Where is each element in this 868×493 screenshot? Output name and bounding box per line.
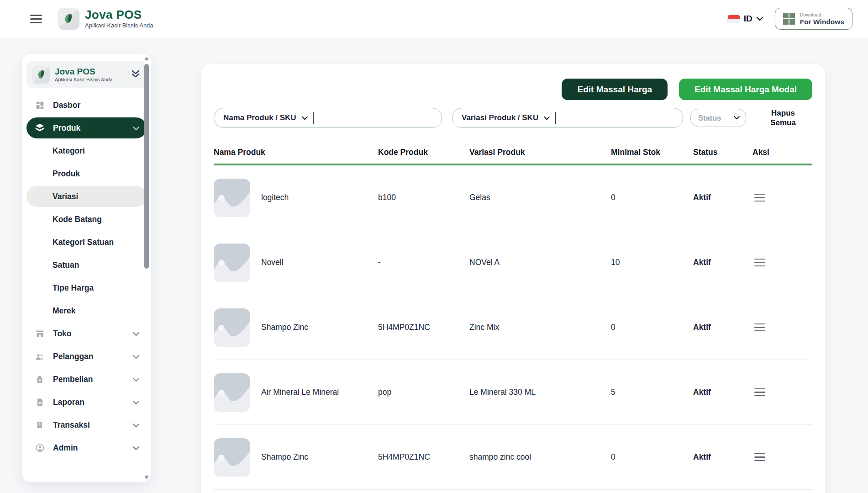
leaf-logo-icon xyxy=(32,65,50,84)
row-actions-menu-button[interactable] xyxy=(752,451,767,463)
status-filter-select[interactable]: Status xyxy=(690,109,746,127)
app-subtitle: Aplikasi Kasir Bisnis Anda xyxy=(85,22,153,29)
nama-produk-sku-filter[interactable]: Nama Produk / SKU xyxy=(214,108,442,128)
table-row: Novell - NOVel A 10 Aktif xyxy=(214,230,812,295)
filters-row: Nama Produk / SKU Variasi Produk / SKU S… xyxy=(214,108,812,128)
chevron-down-icon xyxy=(133,443,139,453)
sidebar-item-label: Produk xyxy=(53,123,80,133)
table-row: Shampo Zinc 5H4MP0Z1NC shampo zinc cool … xyxy=(214,425,812,490)
product-name: logitech xyxy=(261,193,289,202)
sidebar-subitem-label: Kategori Satuan xyxy=(53,238,114,247)
sidebar-item-dasbor[interactable]: Dasbor xyxy=(26,95,147,116)
sidebar-item-merek[interactable]: Merek xyxy=(26,300,147,321)
scroll-down-arrow-icon[interactable] xyxy=(144,476,149,479)
column-header-variasi-produk: Variasi Produk xyxy=(469,148,611,157)
download-label: Download xyxy=(800,12,844,17)
column-header-aksi: Aksi xyxy=(752,148,812,157)
variasi-produk-sku-filter[interactable]: Variasi Produk / SKU xyxy=(452,108,683,128)
row-actions-menu-button[interactable] xyxy=(752,387,767,398)
receipt-icon: $ xyxy=(35,420,45,430)
sidebar: Jova POS Aplikasi Kasir Bisnis Anda Dasb… xyxy=(22,54,151,482)
sidebar-item-produk[interactable]: Produk xyxy=(26,117,147,138)
product-image-placeholder xyxy=(214,438,250,477)
product-code: 5H4MP0Z1NC xyxy=(378,452,469,462)
table-header-row: Nama Produk Kode Produk Variasi Produk M… xyxy=(214,141,812,165)
filter-field-label[interactable]: Nama Produk / SKU xyxy=(223,113,296,122)
sidebar-item-kategori[interactable]: Kategori xyxy=(26,140,147,161)
language-selector[interactable]: ID xyxy=(728,14,763,24)
edit-massal-harga-modal-button[interactable]: Edit Massal Harga Modal xyxy=(679,79,812,100)
person-circle-icon xyxy=(35,443,45,453)
download-for-windows-button[interactable]: Download For Windows xyxy=(775,8,852,30)
sidebar-item-transaksi[interactable]: $ Transaksi xyxy=(26,414,147,435)
sidebar-item-pelanggan[interactable]: Pelanggan xyxy=(26,346,147,367)
status-value: Aktif xyxy=(693,258,752,267)
app-logo: Jova POS Aplikasi Kasir Bisnis Anda xyxy=(58,8,153,30)
box-icon xyxy=(35,123,45,133)
sidebar-subitem-label: Produk xyxy=(53,169,80,179)
sidebar-item-label: Toko xyxy=(53,329,72,339)
row-actions-menu-button[interactable] xyxy=(752,257,767,269)
product-code: b100 xyxy=(378,193,469,202)
column-header-kode-produk: Kode Produk xyxy=(378,148,469,157)
product-name: Shampo Zinc xyxy=(261,452,308,462)
chevron-down-icon xyxy=(133,398,139,407)
minimal-stock: 5 xyxy=(611,387,693,397)
sidebar-item-variasi[interactable]: Variasi xyxy=(26,186,147,207)
chevron-down-icon xyxy=(133,329,139,339)
row-actions-menu-button[interactable] xyxy=(752,192,767,204)
download-platform-label: For Windows xyxy=(800,18,844,26)
status-value: Aktif xyxy=(693,193,752,202)
chevron-down-icon[interactable] xyxy=(544,114,550,122)
sidebar-item-kategori-satuan[interactable]: Kategori Satuan xyxy=(26,232,147,253)
product-image-placeholder xyxy=(214,179,250,217)
bulk-actions-row: Edit Massal Harga Edit Massal Harga Moda… xyxy=(214,64,812,100)
sidebar-item-produk-sub[interactable]: Produk xyxy=(26,163,147,184)
column-header-status: Status xyxy=(693,148,752,157)
store-icon xyxy=(35,329,45,339)
sidebar-item-kode-batang[interactable]: Kode Batang xyxy=(26,209,147,230)
sidebar-subitem-label: Kode Batang xyxy=(53,215,102,224)
product-variant: Gelas xyxy=(469,193,611,202)
product-variant: Zinc Mix xyxy=(469,323,611,332)
table-row: Air Mineral Le Mineral pop Le Mineral 33… xyxy=(214,360,812,425)
product-name: Air Mineral Le Mineral xyxy=(261,387,339,397)
minimal-stock: 0 xyxy=(611,452,693,462)
nama-produk-sku-input[interactable] xyxy=(318,113,435,122)
product-image-placeholder xyxy=(214,308,250,347)
sidebar-scrollbar[interactable] xyxy=(143,55,150,481)
sidebar-item-toko[interactable]: Toko xyxy=(26,323,147,344)
collapse-sidebar-icon[interactable] xyxy=(130,69,141,80)
chevron-down-icon[interactable] xyxy=(302,114,308,122)
sidebar-item-label: Pembelian xyxy=(53,375,93,384)
row-actions-menu-button[interactable] xyxy=(752,322,767,334)
product-variant: shampo zinc cool xyxy=(469,452,611,462)
sidebar-item-label: Laporan xyxy=(53,398,84,407)
scrollbar-thumb[interactable] xyxy=(144,64,149,269)
hamburger-menu-icon[interactable] xyxy=(27,12,45,26)
product-variant: NOVel A xyxy=(469,258,611,267)
sidebar-item-pembelian[interactable]: $ Pembelian xyxy=(26,369,147,390)
status-value: Aktif xyxy=(693,387,752,397)
hapus-semua-button[interactable]: Hapus Semua xyxy=(767,108,800,128)
sidebar-item-admin[interactable]: Admin xyxy=(26,437,147,458)
sidebar-item-satuan[interactable]: Satuan xyxy=(26,254,147,276)
sidebar-item-laporan[interactable]: Laporan xyxy=(26,392,147,413)
windows-logo-icon xyxy=(783,13,795,25)
chevron-down-icon xyxy=(133,352,139,361)
sidebar-subitem-label: Kategori xyxy=(53,146,85,156)
svg-text:$: $ xyxy=(39,423,41,426)
app-title: Jova POS xyxy=(85,9,153,21)
sidebar-subitem-label: Satuan xyxy=(53,260,79,270)
product-name: Shampo Zinc xyxy=(261,323,308,332)
edit-massal-harga-button[interactable]: Edit Massal Harga xyxy=(562,79,668,100)
sidebar-item-tipe-harga[interactable]: Tipe Harga xyxy=(26,277,147,298)
minimal-stock: 0 xyxy=(611,323,693,332)
document-icon xyxy=(35,398,45,407)
leaf-logo-icon xyxy=(58,8,79,30)
product-code: 5H4MP0Z1NC xyxy=(378,323,469,332)
sidebar-subitem-label: Tipe Harga xyxy=(53,283,94,293)
variasi-produk-sku-input[interactable] xyxy=(561,113,676,122)
scroll-up-arrow-icon[interactable] xyxy=(144,57,149,60)
filter-field-label[interactable]: Variasi Produk / SKU xyxy=(462,113,538,122)
